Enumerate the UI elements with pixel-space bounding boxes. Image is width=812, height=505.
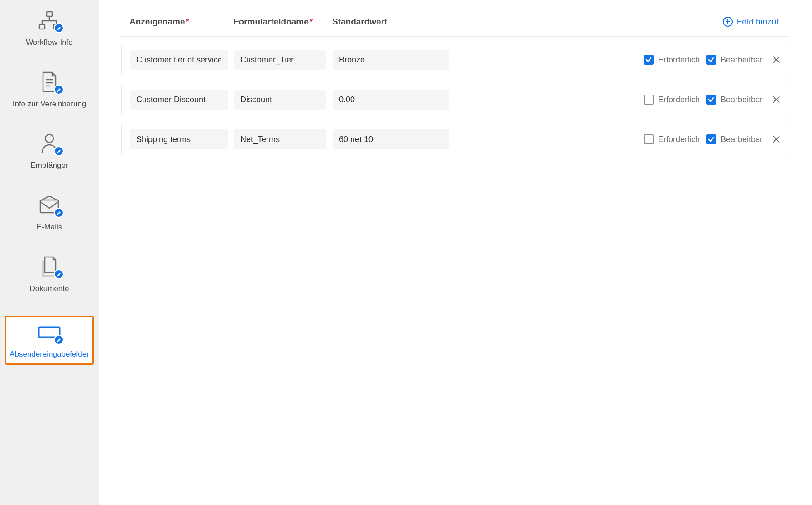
document-lines-icon	[37, 70, 62, 95]
close-icon	[772, 95, 781, 104]
close-icon	[772, 135, 781, 144]
form-field-name-input[interactable]	[234, 50, 326, 70]
delete-row-button[interactable]	[772, 135, 781, 144]
sidebar-item-label: Workflow-Info	[26, 38, 73, 47]
editable-checkbox[interactable]: Bearbeitbar	[706, 134, 763, 144]
display-name-input[interactable]	[130, 90, 228, 110]
add-field-button[interactable]: Feld hinzuf.	[722, 16, 781, 27]
sidebar-item-label: Dokumente	[30, 284, 69, 293]
field-row: Erforderlich Bearbeitbar	[121, 43, 789, 76]
default-value-input[interactable]	[333, 90, 449, 110]
documents-stack-icon	[37, 254, 62, 280]
add-field-label: Feld hinzuf.	[737, 17, 781, 27]
header-display-name: Anzeigename*	[129, 17, 234, 27]
sidebar-item-label: Empfänger	[30, 161, 68, 170]
delete-row-button[interactable]	[772, 95, 781, 104]
sidebar-item-sender-input-fields[interactable]: Absendereingabefelder	[5, 316, 94, 365]
default-value-input[interactable]	[333, 129, 449, 149]
sidebar-item-workflow-info[interactable]: Workflow-Info	[5, 8, 94, 47]
delete-row-button[interactable]	[772, 55, 781, 64]
field-row: Erforderlich Bearbeitbar	[121, 83, 789, 116]
sidebar-item-documents[interactable]: Dokumente	[5, 254, 94, 293]
sidebar-item-agreement-info[interactable]: Info zur Vereinbarung	[5, 70, 94, 109]
sidebar-item-label: E-Mails	[37, 223, 62, 232]
required-label: Erforderlich	[658, 55, 700, 65]
required-label: Erforderlich	[658, 95, 700, 105]
required-checkbox[interactable]: Erforderlich	[644, 55, 700, 65]
editable-label: Bearbeitbar	[721, 95, 763, 105]
user-icon	[37, 131, 62, 157]
editable-checkbox[interactable]: Bearbeitbar	[706, 95, 763, 105]
sidebar-item-emails[interactable]: E-Mails	[5, 193, 94, 232]
plus-circle-icon	[722, 16, 733, 27]
editable-label: Bearbeitbar	[721, 55, 763, 65]
display-name-input[interactable]	[130, 129, 228, 149]
header-form-field-name: Formularfeldname*	[234, 17, 332, 27]
workflow-icon	[37, 8, 62, 33]
envelope-icon	[37, 193, 62, 218]
svg-rect-0	[47, 12, 52, 16]
sidebar-item-recipients[interactable]: Empfänger	[5, 131, 94, 170]
default-value-input[interactable]	[333, 50, 449, 70]
input-field-icon	[37, 320, 62, 345]
header-default-value: Standardwert	[332, 17, 387, 27]
fields-header-row: Anzeigename* Formularfeldname* Standardw…	[121, 16, 789, 37]
required-checkbox[interactable]: Erforderlich	[644, 134, 700, 144]
editable-checkbox[interactable]: Bearbeitbar	[706, 55, 763, 65]
sidebar-item-label: Info zur Vereinbarung	[13, 100, 86, 109]
form-field-name-input[interactable]	[234, 90, 326, 110]
display-name-input[interactable]	[130, 50, 228, 70]
svg-point-8	[45, 134, 53, 143]
required-checkbox[interactable]: Erforderlich	[644, 95, 700, 105]
main-content: Anzeigename* Formularfeldname* Standardw…	[99, 0, 812, 505]
field-row: Erforderlich Bearbeitbar	[121, 123, 789, 156]
svg-rect-1	[39, 24, 45, 29]
required-label: Erforderlich	[658, 135, 700, 144]
sidebar-item-label: Absendereingabefelder	[10, 350, 89, 359]
form-field-name-input[interactable]	[234, 129, 326, 149]
sidebar: Workflow-Info Info zur Vereinbarung	[0, 0, 99, 505]
editable-label: Bearbeitbar	[721, 135, 763, 144]
close-icon	[772, 55, 781, 64]
